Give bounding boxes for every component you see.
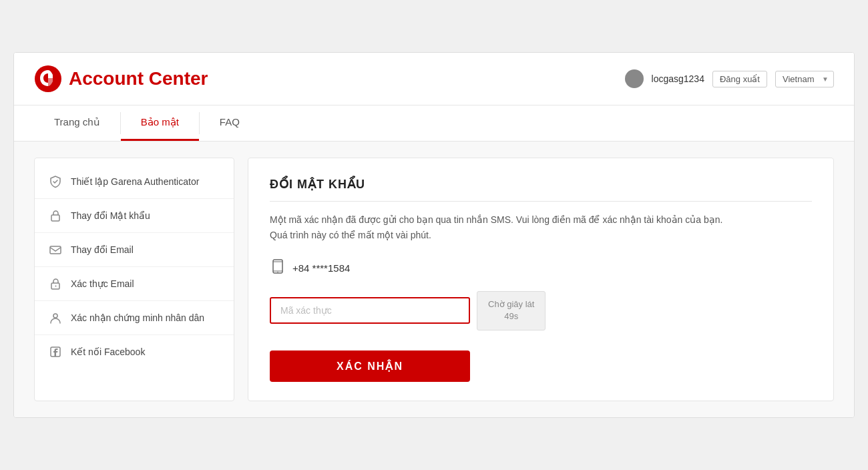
main-content: Thiết lập Garena Authenticator Thay đổi … (14, 142, 854, 417)
nav-tabs: Trang chủ Bảo mật FAQ (14, 105, 854, 142)
phone-row: +84 ****1584 (270, 258, 812, 278)
sidebar-label-connect-facebook: Kết nối Facebook (71, 346, 145, 357)
country-selector-wrapper[interactable]: Vietnam (775, 71, 834, 87)
garena-logo-icon (34, 65, 62, 93)
sidebar-item-verify-id[interactable]: Xác nhận chứng minh nhân dân (35, 301, 234, 335)
header-right: locgasg1234 Đăng xuất Vietnam (625, 69, 834, 88)
sidebar-item-change-password[interactable]: Thay đổi Mật khẩu (35, 199, 234, 233)
content-title: ĐỔI MẬT KHẨU (270, 177, 812, 202)
logo-title: Account Center (69, 68, 208, 89)
sidebar-item-connect-facebook[interactable]: Kết nối Facebook (35, 335, 234, 369)
sidebar-label-verify-email: Xác thực Email (71, 278, 134, 289)
content-description: Một mã xác nhận đã được gửi cho bạn qua … (270, 212, 737, 242)
svg-rect-1 (51, 215, 59, 221)
shield-icon (48, 174, 63, 189)
tab-faq[interactable]: FAQ (200, 105, 260, 141)
logout-button[interactable]: Đăng xuất (712, 71, 767, 87)
sidebar-label-change-password: Thay đổi Mật khẩu (71, 210, 150, 221)
content-area: ĐỔI MẬT KHẨU Một mã xác nhận đã được gửi… (248, 158, 834, 401)
page-wrapper: Account Center locgasg1234 Đăng xuất Vie… (13, 52, 855, 417)
svg-point-5 (53, 314, 57, 318)
logo-area: Account Center (34, 65, 208, 93)
country-select[interactable]: Vietnam (775, 71, 834, 87)
lock-icon (48, 208, 63, 223)
facebook-icon (48, 344, 63, 359)
person-icon (48, 310, 63, 325)
svg-point-4 (55, 286, 57, 287)
resend-timer-button: Chờ giây lát 49s (477, 291, 546, 330)
timer-countdown: 49s (504, 311, 518, 321)
lock2-icon (48, 276, 63, 291)
avatar (625, 69, 644, 88)
phone-icon (270, 258, 286, 278)
sidebar-label-verify-id: Xác nhận chứng minh nhân dân (71, 312, 204, 323)
phone-number: +84 ****1584 (292, 262, 350, 274)
email-icon (48, 242, 63, 257)
sidebar-item-authenticator[interactable]: Thiết lập Garena Authenticator (35, 165, 234, 199)
wait-label: Chờ giây lát (488, 299, 534, 309)
svg-point-10 (277, 272, 278, 273)
tab-security[interactable]: Bảo mật (121, 105, 199, 141)
username: locgasg1234 (652, 73, 704, 84)
confirm-button[interactable]: XÁC NHẬN (270, 350, 470, 382)
verification-code-input[interactable] (270, 297, 470, 324)
input-row: Chờ giây lát 49s (270, 291, 812, 330)
sidebar-label-authenticator: Thiết lập Garena Authenticator (71, 176, 199, 187)
sidebar-label-change-email: Thay đổi Email (71, 244, 134, 255)
tab-home[interactable]: Trang chủ (34, 105, 120, 141)
sidebar: Thiết lập Garena Authenticator Thay đổi … (34, 158, 234, 401)
svg-rect-2 (50, 246, 61, 254)
sidebar-item-verify-email[interactable]: Xác thực Email (35, 267, 234, 301)
header: Account Center locgasg1234 Đăng xuất Vie… (14, 53, 854, 105)
sidebar-item-change-email[interactable]: Thay đổi Email (35, 233, 234, 267)
